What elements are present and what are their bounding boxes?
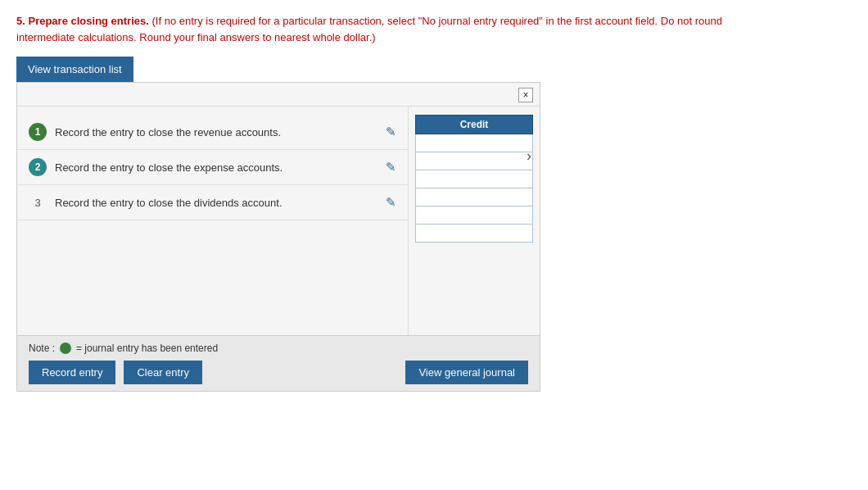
- close-button[interactable]: ×: [518, 88, 533, 102]
- table-cell[interactable]: [416, 206, 533, 225]
- chevron-right-icon[interactable]: ›: [527, 147, 531, 165]
- table-row: [416, 188, 533, 206]
- credit-column-header: Credit: [416, 116, 533, 134]
- clear-entry-button[interactable]: Clear entry: [124, 361, 202, 384]
- instruction-number: 5.: [16, 15, 25, 27]
- edit-icon-1[interactable]: ✎: [386, 125, 396, 139]
- green-dot-icon: [60, 343, 71, 354]
- table-cell[interactable]: [416, 188, 533, 206]
- entry-number-3: 3: [29, 193, 47, 211]
- table-row: [416, 134, 533, 152]
- view-general-journal-button[interactable]: View general journal: [405, 361, 528, 384]
- entry-number-1: 1: [29, 123, 47, 141]
- entry-item-1: 1 Record the entry to close the revenue …: [17, 115, 408, 150]
- entries-list: 1 Record the entry to close the revenue …: [17, 107, 409, 335]
- table-cell[interactable]: [416, 134, 533, 152]
- note-prefix: Note :: [29, 343, 55, 354]
- entry-item-3: 3 Record the entry to close the dividend…: [17, 185, 408, 220]
- credit-table: Credit: [415, 115, 533, 243]
- credit-table-area: Credit: [409, 115, 540, 243]
- entry-number-2: 2: [29, 158, 47, 176]
- entry-label-2: Record the entry to close the expense ac…: [55, 161, 379, 174]
- table-row: [416, 170, 533, 188]
- entry-label-1: Record the entry to close the revenue ac…: [55, 126, 379, 138]
- view-transaction-button[interactable]: View transaction list: [16, 57, 133, 82]
- table-cell[interactable]: [416, 225, 533, 243]
- table-cell[interactable]: [416, 170, 533, 188]
- table-row: [416, 152, 533, 170]
- footer-buttons: Record entry Clear entry View general jo…: [29, 361, 528, 384]
- record-entry-button[interactable]: Record entry: [29, 361, 115, 384]
- instruction-paragraph: 5. Prepare closing entries. (If no entry…: [16, 13, 852, 45]
- entry-label-3: Record the entry to close the dividends …: [55, 197, 379, 209]
- edit-icon-3[interactable]: ✎: [386, 195, 396, 210]
- panel-footer: Note : = journal entry has been entered …: [17, 335, 540, 391]
- right-section: › Credit: [409, 107, 540, 335]
- note-suffix: = journal entry has been entered: [76, 343, 218, 354]
- instruction-bold: Prepare closing entries.: [28, 15, 148, 27]
- panel-header: ×: [17, 83, 540, 107]
- table-row: [416, 225, 533, 243]
- empty-area: [17, 220, 408, 327]
- main-panel: × 1 Record the entry to close the revenu…: [16, 82, 540, 392]
- panel-body: 1 Record the entry to close the revenue …: [17, 107, 540, 335]
- entry-item-2: 2 Record the entry to close the expense …: [17, 150, 408, 185]
- table-row: [416, 206, 533, 225]
- table-cell[interactable]: [416, 152, 533, 170]
- edit-icon-2[interactable]: ✎: [386, 160, 396, 175]
- note-row: Note : = journal entry has been entered: [29, 343, 528, 354]
